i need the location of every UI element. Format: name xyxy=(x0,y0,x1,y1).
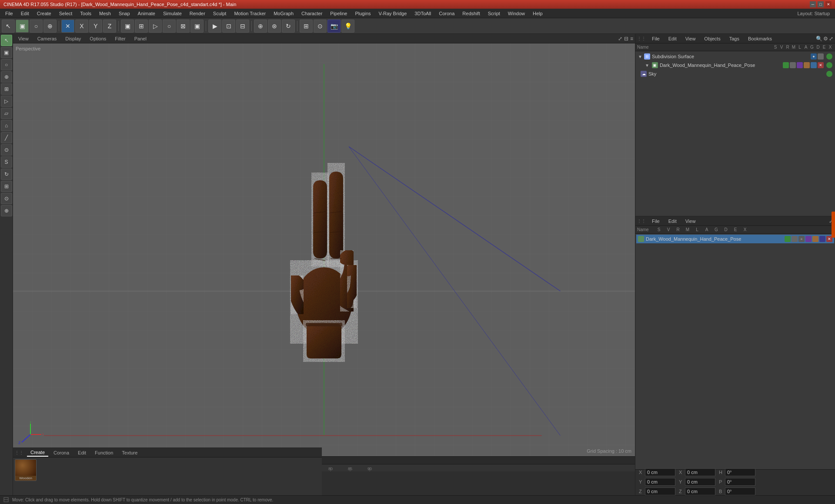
attr-tag1[interactable] xyxy=(785,236,791,242)
attr-tag3[interactable]: ≡ xyxy=(798,236,805,242)
menu-corona[interactable]: Corona xyxy=(435,10,458,17)
coord-rz-input[interactable]: 0 cm xyxy=(685,487,715,495)
attr-menu-edit[interactable]: Edit xyxy=(666,218,679,225)
minimize-button[interactable]: ─ xyxy=(810,1,816,7)
attr-tag2[interactable] xyxy=(792,236,798,242)
select-poly-button[interactable]: ⊕ xyxy=(43,20,57,33)
menu-motion-tracker[interactable]: Motion Tracker xyxy=(230,10,269,17)
rotate-y-button[interactable]: Y xyxy=(89,20,102,33)
coord-b-input[interactable]: 0° xyxy=(725,487,755,495)
render-region-button[interactable]: ⊡ xyxy=(222,20,235,33)
menu-window[interactable]: Window xyxy=(504,10,528,17)
menu-sculpt[interactable]: Sculpt xyxy=(210,10,230,17)
obj-menu-bookmarks[interactable]: Bookmarks xyxy=(745,35,775,42)
coord-p-input[interactable]: 0° xyxy=(725,478,755,486)
obj-expand-icon[interactable]: ⤢ xyxy=(829,36,833,42)
obj-menu-view[interactable]: View xyxy=(683,35,698,42)
attr-tag6[interactable] xyxy=(819,236,825,242)
snap2-button[interactable]: ⊙ xyxy=(314,20,327,33)
light-button[interactable]: 💡 xyxy=(341,20,354,33)
material-tab-texture[interactable]: Texture xyxy=(118,449,141,456)
coord-z-pos-input[interactable]: 0 cm xyxy=(645,487,675,495)
viewport-tab-options[interactable]: Options xyxy=(86,35,110,42)
menu-redshift[interactable]: Redshift xyxy=(459,10,483,17)
menu-vray[interactable]: V-Ray Bridge xyxy=(375,10,411,17)
menu-snap[interactable]: Snap xyxy=(115,10,134,17)
edge-mode-button[interactable]: ⊠ xyxy=(177,20,190,33)
select-rect-button[interactable]: ○ xyxy=(30,20,43,33)
tool-move[interactable]: ↖ xyxy=(1,35,12,46)
material-tab-edit[interactable]: Edit xyxy=(74,449,90,456)
hand-vis-dot[interactable] xyxy=(826,62,832,68)
subdivsurf-expand-icon[interactable]: ▼ xyxy=(638,54,642,59)
menu-create[interactable]: Create xyxy=(33,10,55,17)
viewport-tab-display[interactable]: Display xyxy=(62,35,84,42)
viewport-settings-icon[interactable]: ≡ xyxy=(630,36,633,42)
menu-script[interactable]: Script xyxy=(484,10,504,17)
hand-tag2[interactable] xyxy=(790,62,796,68)
viewport-3d[interactable]: Perspective X Y Z Grid Spacing : 10 cm xyxy=(13,43,635,456)
menu-mograph[interactable]: MoGraph xyxy=(270,10,297,17)
material-tab-function[interactable]: Function xyxy=(91,449,117,456)
tool-bend[interactable]: ↻ xyxy=(1,169,12,180)
menu-tools[interactable]: Tools xyxy=(77,10,95,17)
menu-mesh[interactable]: Mesh xyxy=(96,10,114,17)
coord-rx-input[interactable]: 0 cm xyxy=(685,468,715,476)
tool-plus[interactable]: ⊕ xyxy=(1,205,12,216)
obj-settings-icon[interactable]: ⚙ xyxy=(823,36,828,42)
coord-ry-input[interactable]: 0 cm xyxy=(685,478,715,486)
tool-line[interactable]: ╱ xyxy=(1,132,12,143)
menu-file[interactable]: File xyxy=(2,10,17,17)
hand-expand-icon[interactable]: ▼ xyxy=(645,63,649,68)
tool-select-lasso[interactable]: ⊕ xyxy=(1,71,12,83)
menu-simulate[interactable]: Simulate xyxy=(160,10,185,17)
menu-pipeline[interactable]: Pipeline xyxy=(327,10,351,17)
menu-plugins[interactable]: Plugins xyxy=(351,10,374,17)
rotate-button[interactable]: ↻ xyxy=(282,20,295,33)
attr-tag4[interactable] xyxy=(805,236,812,242)
rotate-z-button[interactable]: Z xyxy=(103,20,116,33)
attr-menu-file[interactable]: File xyxy=(649,218,662,225)
subdivsurf-tag2[interactable] xyxy=(818,53,824,60)
attr-menu-view[interactable]: View xyxy=(683,218,698,225)
render-viewport-button[interactable]: ▶ xyxy=(208,20,221,33)
attr-tag5[interactable] xyxy=(812,236,818,242)
menu-3dto[interactable]: 3DToAll xyxy=(411,10,434,17)
tool-ring-select[interactable]: ⊙ xyxy=(1,144,12,156)
tool-knife[interactable]: ▷ xyxy=(1,96,12,107)
sky-vis-dot[interactable] xyxy=(826,71,832,77)
close-button[interactable]: ✕ xyxy=(825,1,832,7)
point-mode-button[interactable]: ○ xyxy=(163,20,176,33)
poly-mode-button[interactable]: ▣ xyxy=(190,20,204,33)
move-button[interactable]: ⊕ xyxy=(254,20,267,33)
material-item-wooden[interactable]: Wooden xyxy=(15,459,37,481)
tool-dots[interactable]: ⊙ xyxy=(1,193,12,204)
tool-grid2[interactable]: ⊞ xyxy=(1,181,12,192)
viewport-tab-cameras[interactable]: Cameras xyxy=(34,35,60,42)
hand-tag5[interactable] xyxy=(811,62,817,68)
tool-paint[interactable]: ⊞ xyxy=(1,83,12,95)
viewport-maximize-icon[interactable]: ⤢ xyxy=(618,36,622,42)
menu-help[interactable]: Help xyxy=(529,10,546,17)
material-tab-create[interactable]: Create xyxy=(27,449,48,457)
obj-menu-edit[interactable]: Edit xyxy=(666,35,679,42)
tool-symmetry[interactable]: S xyxy=(1,156,12,168)
obj-search-icon[interactable]: 🔍 xyxy=(816,36,822,42)
select-live-button[interactable]: ▣ xyxy=(16,20,29,33)
tool-select-circle[interactable]: ○ xyxy=(1,59,12,70)
model-mode-button[interactable]: ▣ xyxy=(121,20,134,33)
coord-h-input[interactable]: 0° xyxy=(725,468,755,476)
object-row-subdivsurf[interactable]: ▼ ⊞ Subdivision Surface ● xyxy=(636,52,834,61)
viewport-layout-icon[interactable]: ⊟ xyxy=(624,36,628,42)
viewport-tab-panel[interactable]: Panel xyxy=(131,35,150,42)
move-tool-button[interactable]: ↖ xyxy=(2,20,15,33)
hand-tag3[interactable] xyxy=(797,62,803,68)
maximize-button[interactable]: □ xyxy=(818,1,824,7)
viewport-tab-filter[interactable]: Filter xyxy=(111,35,129,42)
material-tab-corona[interactable]: Corona xyxy=(50,449,73,456)
rotate-x-button[interactable]: X xyxy=(75,20,88,33)
subdivsurf-vis-dot[interactable] xyxy=(826,53,832,60)
menu-select[interactable]: Select xyxy=(56,10,76,17)
coord-y-pos-input[interactable]: 0 cm xyxy=(645,478,675,486)
tool-polygon-pen[interactable]: ⌂ xyxy=(1,120,12,131)
